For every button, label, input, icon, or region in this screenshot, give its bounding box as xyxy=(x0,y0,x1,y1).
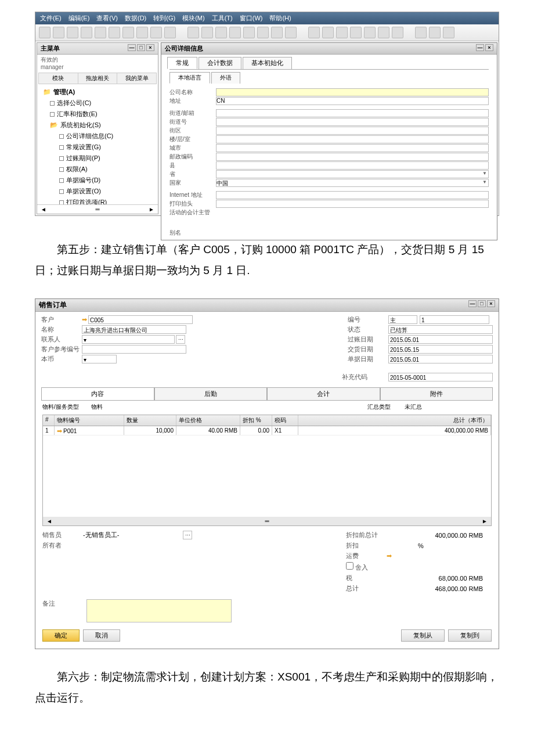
copyfrom-button[interactable]: 复制从 xyxy=(401,629,445,642)
toolbar-icon[interactable] xyxy=(201,27,213,38)
menu-help[interactable]: 帮助(H) xyxy=(269,14,291,23)
menu-file[interactable]: 文件(E) xyxy=(40,14,62,23)
toolbar-icon[interactable] xyxy=(364,27,376,38)
input-city[interactable] xyxy=(216,144,489,152)
input-building[interactable] xyxy=(216,135,489,143)
toolbar-icon[interactable] xyxy=(136,27,148,38)
toolbar-icon[interactable] xyxy=(39,27,50,38)
field-doc-date[interactable]: 2015.05.01 xyxy=(388,355,493,363)
toolbar-icon[interactable] xyxy=(429,27,441,38)
tab-attachments[interactable]: 附件 xyxy=(380,387,493,401)
tree-system-init[interactable]: 📂 系统初始化(S) xyxy=(38,120,157,131)
toolbar-icon[interactable] xyxy=(271,27,283,38)
menu-window[interactable]: 窗口(W) xyxy=(240,14,263,23)
menubar[interactable]: 文件(E) 编辑(E) 查看(V) 数据(D) 转到(G) 模块(M) 工具(T… xyxy=(35,12,499,24)
tab-accounting[interactable]: 会计数据 xyxy=(199,57,241,69)
field-posting-date[interactable]: 2015.05.01 xyxy=(388,335,493,344)
tab-contents[interactable]: 内容 xyxy=(41,387,154,401)
salesperson-edit-icon[interactable]: ⋯ xyxy=(183,531,192,539)
grid-row[interactable]: 1 ➡P001 10,000 40.00 RMB 0.00 X1 400,000… xyxy=(43,426,491,435)
subtab-foreign-lang[interactable]: 外语 xyxy=(211,72,240,84)
tree-company-details[interactable]: 公司详细信息(C) xyxy=(38,131,157,142)
toolbar-icon[interactable] xyxy=(67,27,78,38)
tree-exchange-rate[interactable]: 汇率和指数(E) xyxy=(38,109,157,120)
link-arrow-icon[interactable]: ➡ xyxy=(82,316,87,323)
tab-logistics[interactable]: 后勤 xyxy=(154,387,268,401)
field-summary-type[interactable]: 未汇总 xyxy=(405,403,492,411)
menu-goto[interactable]: 转到(G) xyxy=(153,14,175,23)
toolbar-icon[interactable] xyxy=(215,27,227,38)
input-internet[interactable] xyxy=(216,191,489,199)
input-province[interactable] xyxy=(216,170,489,178)
so-tabs[interactable]: 内容 后勤 会计 附件 xyxy=(41,387,493,401)
tree-print-preferences[interactable]: 打印首选项(R) xyxy=(38,197,157,204)
toolbar-icon[interactable] xyxy=(336,27,348,38)
toolbar-icon[interactable] xyxy=(53,27,64,38)
tab-mymenu[interactable]: 我的菜单 xyxy=(117,73,156,84)
input-street-no[interactable] xyxy=(216,118,489,126)
toolbar-icon[interactable] xyxy=(415,27,427,38)
input-print-header[interactable] xyxy=(216,200,489,208)
input-county[interactable] xyxy=(216,161,489,170)
toolbar-icon[interactable] xyxy=(285,27,297,38)
copyto-button[interactable]: 复制到 xyxy=(448,629,492,642)
input-street[interactable] xyxy=(216,109,489,117)
field-salesperson[interactable]: -无销售员工- xyxy=(83,531,182,539)
link-arrow-icon[interactable]: ➡ xyxy=(387,552,392,560)
rounding-checkbox[interactable] xyxy=(346,562,353,570)
tree-document-settings[interactable]: 单据设置(O) xyxy=(38,186,157,197)
field-customer[interactable]: C005 xyxy=(88,315,193,324)
field-name[interactable]: 上海兆升进出口有限公司 xyxy=(82,325,186,334)
remarks-textarea[interactable] xyxy=(86,599,232,622)
toolbar-icon[interactable] xyxy=(322,27,334,38)
toolbar-icon[interactable] xyxy=(392,27,403,38)
toolbar-icon[interactable] xyxy=(350,27,362,38)
toolbar-icon[interactable] xyxy=(243,27,255,38)
so-grid[interactable]: # 物料编号 数量 单位价格 折扣 % 税码 总计（本币） 1 ➡P001 10… xyxy=(42,415,492,526)
field-docno[interactable]: 1 xyxy=(420,315,489,324)
field-custref[interactable] xyxy=(82,345,186,354)
tab-module[interactable]: 模块 xyxy=(39,73,78,84)
menu-tools[interactable]: 工具(T) xyxy=(212,14,233,23)
toolbar-icon[interactable] xyxy=(81,27,92,38)
toolbar-icon[interactable] xyxy=(95,27,106,38)
tree-general-settings[interactable]: 常规设置(G) xyxy=(38,142,157,153)
subtab-local-lang[interactable]: 本地语言 xyxy=(169,72,210,84)
tree-select-company[interactable]: 选择公司(C) xyxy=(38,98,157,109)
maximize-icon[interactable]: □ xyxy=(137,44,145,51)
detail-tabs[interactable]: 常规 会计数据 基本初始化 xyxy=(161,55,497,69)
menu-view[interactable]: 查看(V) xyxy=(96,14,118,23)
input-company-name[interactable] xyxy=(216,88,489,96)
field-contact[interactable]: ▾ xyxy=(82,335,175,344)
sidebar-tabs[interactable]: 模块 拖放相关 我的菜单 xyxy=(38,73,157,84)
menu-module[interactable]: 模块(M) xyxy=(182,14,205,23)
toolbar-icon[interactable] xyxy=(122,27,134,38)
toolbar-icon[interactable] xyxy=(164,27,176,38)
input-block[interactable] xyxy=(216,127,489,135)
menu-edit[interactable]: 编辑(E) xyxy=(68,14,90,23)
toolbar-icon[interactable] xyxy=(443,27,454,38)
input-address[interactable]: CN xyxy=(216,97,489,105)
input-country[interactable]: 中国 xyxy=(216,179,489,187)
tree-posting-periods[interactable]: 过账期间(P) xyxy=(38,153,157,164)
toolbar-icon[interactable] xyxy=(308,27,320,38)
cancel-button[interactable]: 取消 xyxy=(83,629,120,642)
toolbar-icon[interactable] xyxy=(150,27,162,38)
close-icon[interactable]: × xyxy=(485,44,493,51)
tab-accounting[interactable]: 会计 xyxy=(267,387,380,401)
minimize-icon[interactable]: — xyxy=(128,44,136,51)
tab-basic-init[interactable]: 基本初始化 xyxy=(243,57,292,69)
tree-document-numbering[interactable]: 单据编号(D) xyxy=(38,175,157,186)
maximize-icon[interactable]: □ xyxy=(478,300,486,307)
field-delivery-date[interactable]: 2015.05.15 xyxy=(388,345,493,354)
input-zip[interactable] xyxy=(216,153,489,161)
tab-dragdrop[interactable]: 拖放相关 xyxy=(78,73,118,84)
tab-general[interactable]: 常规 xyxy=(167,57,197,69)
link-arrow-icon[interactable]: ➡ xyxy=(57,427,62,434)
contact-edit-icon[interactable]: ⋯ xyxy=(176,335,185,344)
ok-button[interactable]: 确定 xyxy=(42,629,80,642)
close-icon[interactable]: × xyxy=(146,44,154,51)
toolbar-icon[interactable] xyxy=(229,27,241,38)
toolbar-icon[interactable] xyxy=(109,27,120,38)
field-item-type[interactable]: 物料 xyxy=(91,403,167,411)
